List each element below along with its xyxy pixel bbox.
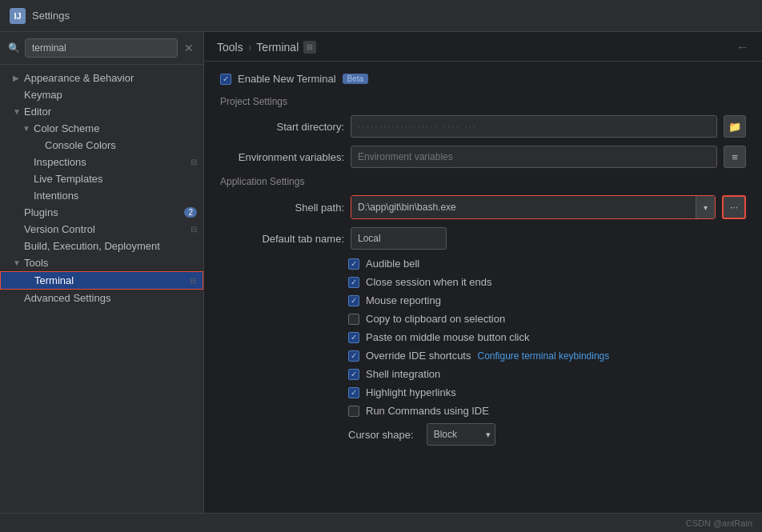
sidebar-item-color-scheme[interactable]: ▼ Color Scheme — [0, 120, 203, 137]
arrow-icon: ▼ — [22, 124, 30, 133]
app-settings-header: Application Settings — [220, 176, 746, 187]
title-bar: IJ Settings — [0, 0, 762, 32]
run-commands-label: Run Commands using IDE — [366, 405, 489, 417]
close-session-row: ✓ Close session when it ends — [220, 276, 746, 288]
breadcrumb: Tools › Terminal ⊟ — [217, 41, 316, 54]
app-icon: IJ — [10, 8, 26, 24]
shell-more-button[interactable]: ··· — [722, 195, 746, 219]
env-input[interactable] — [351, 146, 717, 168]
shell-integration-label: Shell integration — [366, 368, 440, 380]
folder-icon: 📁 — [728, 121, 741, 133]
browse-folder-button[interactable]: 📁 — [724, 115, 746, 138]
arrow-icon: ▶ — [13, 74, 21, 82]
cursor-select-wrapper: Block Underline Vertical — [427, 423, 495, 446]
checkmark-icon: ✓ — [351, 296, 357, 305]
audible-bell-label: Audible bell — [366, 258, 419, 270]
enable-terminal-label: Enable New Terminal — [238, 73, 336, 85]
sidebar-item-build[interactable]: Build, Execution, Deployment — [0, 238, 203, 254]
window-icon: ⊟ — [190, 276, 196, 285]
sidebar-item-plugins[interactable]: Plugins 2 — [0, 204, 203, 221]
arrow-icon: ▼ — [13, 258, 21, 267]
sidebar-item-terminal[interactable]: Terminal ⊟ — [0, 271, 203, 290]
badge: 2 — [184, 207, 197, 218]
checkmark-icon: ✓ — [351, 388, 357, 397]
window-icon: ⊟ — [190, 158, 197, 166]
checkmark-icon: ✓ — [351, 370, 357, 378]
enable-terminal-row: ✓ Enable New Terminal Beta — [220, 73, 746, 85]
content-body: ✓ Enable New Terminal Beta Project Setti… — [204, 62, 762, 513]
environment-variables-row: Environment variables: ≡ — [220, 146, 746, 168]
default-tab-label: Default tab name: — [220, 233, 344, 245]
env-browse-button[interactable]: ≡ — [724, 146, 746, 168]
shell-path-input[interactable] — [351, 196, 696, 218]
sidebar-item-keymap[interactable]: Keymap — [0, 86, 203, 103]
title-bar-text: Settings — [32, 10, 70, 22]
sidebar-item-live-templates[interactable]: Live Templates — [0, 170, 203, 187]
shell-path-row: Shell path: ▾ ··· — [220, 195, 746, 219]
content-header: Tools › Terminal ⊟ ← — [204, 32, 762, 62]
checkmark-icon: ✓ — [223, 74, 229, 83]
cursor-shape-label: Cursor shape: — [348, 429, 414, 441]
more-icon: ··· — [730, 202, 738, 213]
arrow-icon: ▼ — [13, 107, 21, 116]
back-button[interactable]: ← — [736, 40, 749, 54]
default-tab-input[interactable] — [351, 227, 447, 250]
paste-middle-label: Paste on middle mouse button click — [366, 331, 530, 343]
checkmark-icon: ✓ — [351, 259, 357, 268]
content-area: Tools › Terminal ⊟ ← ✓ Enable New Termin… — [204, 32, 762, 513]
breadcrumb-parent: Tools — [217, 41, 243, 54]
breadcrumb-separator: › — [248, 41, 252, 54]
highlight-hyperlinks-label: Highlight hyperlinks — [366, 386, 456, 398]
shell-dropdown-button[interactable]: ▾ — [696, 196, 715, 218]
run-commands-row: Run Commands using IDE — [220, 405, 746, 417]
run-commands-checkbox[interactable] — [348, 406, 359, 417]
override-ide-label: Override IDE shortcuts — [366, 350, 471, 362]
env-icon: ≡ — [732, 151, 738, 163]
cursor-shape-row: Cursor shape: Block Underline Vertical — [220, 423, 746, 446]
highlight-hyperlinks-row: ✓ Highlight hyperlinks — [220, 386, 746, 398]
mouse-reporting-label: Mouse reporting — [366, 294, 441, 306]
audible-bell-row: ✓ Audible bell — [220, 258, 746, 270]
copy-clipboard-label: Copy to clipboard on selection — [366, 313, 505, 325]
window-icon: ⊟ — [190, 225, 197, 234]
override-ide-checkbox[interactable]: ✓ — [348, 350, 359, 362]
enable-terminal-checkbox[interactable]: ✓ — [220, 74, 231, 85]
sidebar-item-advanced-settings[interactable]: Advanced Settings — [0, 290, 203, 306]
start-directory-wrapper — [351, 115, 717, 138]
start-directory-label: Start directory: — [220, 121, 344, 133]
sidebar-item-console-colors[interactable]: Console Colors — [0, 137, 203, 154]
close-session-label: Close session when it ends — [366, 276, 492, 288]
sidebar-item-version-control[interactable]: Version Control ⊟ — [0, 221, 203, 238]
highlight-hyperlinks-checkbox[interactable]: ✓ — [348, 387, 359, 398]
checkmark-icon: ✓ — [351, 351, 357, 360]
sidebar-item-editor[interactable]: ▼ Editor — [0, 103, 203, 120]
clear-icon[interactable]: ✕ — [182, 42, 195, 54]
shell-path-label: Shell path: — [220, 202, 344, 214]
audible-bell-checkbox[interactable]: ✓ — [348, 258, 359, 270]
configure-keybindings-link[interactable]: Configure terminal keybindings — [478, 350, 610, 362]
detach-button[interactable]: ⊟ — [303, 41, 316, 54]
start-directory-row: Start directory: 📁 — [220, 115, 746, 138]
sidebar-item-inspections[interactable]: Inspections ⊟ — [0, 154, 203, 170]
env-input-wrapper — [351, 146, 717, 168]
status-bar: CSDN @antRain — [0, 513, 762, 532]
search-box: 🔍 ✕ — [0, 32, 203, 65]
dropdown-arrow-icon: ▾ — [704, 203, 708, 212]
start-directory-input[interactable] — [351, 115, 717, 138]
shell-integration-checkbox[interactable]: ✓ — [348, 369, 359, 380]
checkmark-icon: ✓ — [351, 333, 357, 342]
paste-middle-checkbox[interactable]: ✓ — [348, 332, 359, 343]
nav-tree: ▶ Appearance & Behavior Keymap ▼ Editor … — [0, 65, 203, 513]
shell-path-wrapper: ▾ — [351, 195, 716, 219]
copy-clipboard-checkbox[interactable] — [348, 314, 359, 325]
sidebar-item-tools[interactable]: ▼ Tools — [0, 254, 203, 271]
search-icon: 🔍 — [8, 42, 20, 54]
sidebar-item-intentions[interactable]: Intentions — [0, 187, 203, 204]
project-settings-header: Project Settings — [220, 96, 746, 107]
close-session-checkbox[interactable]: ✓ — [348, 277, 359, 288]
mouse-reporting-row: ✓ Mouse reporting — [220, 294, 746, 306]
cursor-shape-select[interactable]: Block Underline Vertical — [427, 423, 495, 446]
mouse-reporting-checkbox[interactable]: ✓ — [348, 295, 359, 306]
search-input[interactable] — [25, 38, 178, 58]
sidebar-item-appearance[interactable]: ▶ Appearance & Behavior — [0, 70, 203, 86]
